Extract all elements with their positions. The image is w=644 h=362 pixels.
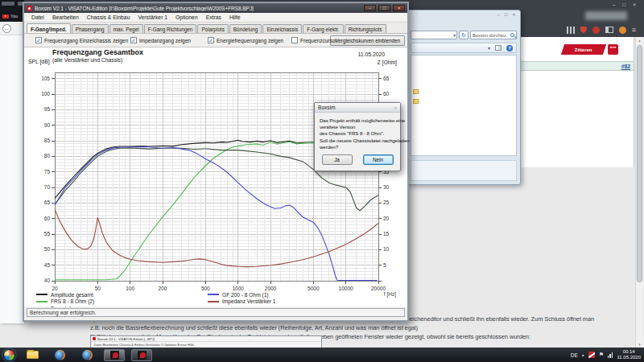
tab-phasengang[interactable]: Phasengang (72, 24, 109, 33)
z-axis-tick-label: 60 (383, 91, 390, 97)
checkbox-impedanzgang-zeigen[interactable]: ✓Impedanzgang zeigen (130, 37, 191, 43)
refresh-icon[interactable]: ↻ (459, 31, 469, 39)
checkbox-frequenzcursor[interactable]: Frequenzcursor (291, 37, 337, 43)
tab-bündelung[interactable]: Bündelung (229, 24, 262, 33)
tab-einzelchassis[interactable]: Einzelchassis (262, 24, 302, 33)
tab-f-gang-imped[interactable]: F-Gang/Imped. (27, 23, 71, 33)
taskbar-item-firefox-2[interactable] (76, 349, 97, 361)
antivirus-icon[interactable] (588, 352, 595, 358)
taskbar-item-explorer[interactable] (22, 349, 43, 361)
browser-toolbar: ≡ (567, 25, 636, 35)
checkbox-box-icon[interactable]: ✓ (130, 37, 137, 43)
chart-title: Frequenzgang Gesamtbox (52, 48, 143, 56)
menu-item-extras[interactable]: Extras (202, 14, 225, 20)
y-axis-tick-label: 100 (41, 91, 50, 97)
legend-swatch-icon (36, 294, 47, 295)
close-icon[interactable]: × (512, 12, 515, 17)
y-axis-tick-label: 105 (41, 76, 50, 81)
scrollbar-thumb[interactable] (637, 45, 642, 282)
action-center-flag-icon[interactable]: ⚑ (599, 352, 604, 358)
quote-icon[interactable]: ”” (608, 44, 618, 55)
scroll-up-icon[interactable]: ▴ (636, 37, 643, 43)
zitieren-button[interactable]: Zitieren (561, 44, 606, 55)
tab-f-gang-richtungen[interactable]: F-Gang Richtungen (144, 24, 197, 33)
title-bar[interactable]: Boxsim V2.1 - VISATON-Edition [I:\Boxsim… (24, 3, 407, 13)
maximize-icon[interactable]: □ (505, 12, 508, 17)
taskbar-item-firefox-1[interactable] (49, 349, 70, 361)
partial-tab[interactable] (2, 2, 14, 6)
tab-richtungsplots[interactable]: Richtungsplots (345, 24, 386, 33)
desktop: – □ × ≡ Zitieren ”” #82 ▴ ▾ 4) Nun öffne… (0, 0, 644, 362)
dialog-button-ja[interactable]: Ja (322, 154, 353, 165)
compare-curves-button[interactable]: Vergleichskurven einblenden (330, 35, 405, 46)
search-box[interactable]: Boxsim durchsu... (470, 31, 517, 39)
preview-pane-icon[interactable] (495, 45, 502, 51)
tab-bar: F-Gang/Imped.Phasengangmax. PegelF-Gang … (24, 23, 407, 34)
file-icon[interactable] (413, 99, 419, 104)
tab-strip: You (0, 0, 24, 22)
view-options-icon[interactable]: ▾ (488, 45, 490, 51)
tab-polarplots[interactable]: Polarplots (197, 24, 228, 33)
maximize-icon[interactable]: □ (622, 2, 625, 7)
sidebar-icon[interactable] (605, 27, 613, 33)
language-indicator[interactable]: DE (571, 352, 578, 358)
minimize-icon[interactable]: – (613, 2, 616, 7)
library-icon[interactable] (567, 27, 575, 34)
checkbox-frequenzgang-einzelchassis-zeigen[interactable]: ✓Frequenzgang Einzelchassis zeigen (35, 37, 128, 43)
tab-f-gang-elektr[interactable]: F-Gang elektr. (303, 24, 344, 33)
chart-subtitle: (alle Verstärker und Chassis) (52, 57, 122, 63)
file-list[interactable] (411, 55, 517, 156)
start-orb-icon[interactable] (3, 349, 15, 361)
clock[interactable]: 00:14 11.05.2020 (617, 349, 641, 360)
checkbox-energiefrequenzgang-zeigen[interactable]: ✓Energiefrequenzgang zeigen (208, 37, 283, 43)
back-arrow-icon[interactable]: ← (2, 24, 11, 33)
minimize-icon[interactable]: – (364, 5, 376, 11)
close-icon[interactable]: × (633, 2, 636, 7)
dialog-message-line: Soll die neuere Chassisdatei nachgeladen (320, 138, 395, 144)
y-axis-tick-label: 95 (44, 106, 51, 112)
scroll-down-icon[interactable]: ▾ (636, 341, 643, 348)
search-icon (510, 33, 514, 37)
address-combo[interactable]: ▾ (411, 31, 457, 39)
menu-item-hilfe[interactable]: Hilfe (225, 14, 245, 20)
menu-item-chassis-einbau[interactable]: Chassis & Einbau (83, 14, 134, 20)
menu-item-verstärker-1[interactable]: Verstärker 1 (134, 14, 171, 20)
checkbox-box-icon[interactable]: ✓ (35, 37, 42, 43)
tab-youtube[interactable]: You (2, 14, 18, 19)
checkbox-box-icon[interactable]: ✓ (208, 37, 214, 43)
tray-expand-icon[interactable]: ▴ (582, 352, 584, 357)
x-axis-tick-label: 100 (126, 286, 134, 291)
dialog-button-nein[interactable]: Nein (363, 154, 394, 165)
chart-date: 11.05.2020 (357, 51, 385, 57)
y-axis-tick-label: 80 (44, 153, 51, 158)
menu-item-bearbeiten[interactable]: Bearbeiten (48, 14, 83, 20)
network-icon[interactable] (608, 352, 613, 358)
checkbox-label: Frequenzcursor (300, 38, 337, 43)
page-scrollbar[interactable]: ▴ ▾ (635, 37, 643, 348)
checkbox-box-icon[interactable] (291, 37, 298, 43)
close-icon[interactable]: × (393, 5, 405, 11)
minimize-icon[interactable]: – (497, 12, 500, 17)
chevron-down-icon[interactable]: ▾ (453, 32, 456, 38)
taskbar-item-boxsim-2[interactable] (131, 349, 152, 361)
close-icon[interactable]: × (394, 105, 397, 110)
menu-item-datei[interactable]: Datei (27, 14, 48, 20)
account-icon[interactable] (619, 27, 626, 34)
menu-item-optionen[interactable]: Optionen (171, 14, 202, 20)
post-number-link[interactable]: #82 (621, 64, 630, 69)
taskbar-item-boxsim-1[interactable] (104, 349, 125, 361)
help-icon[interactable]: ? (506, 45, 513, 51)
x-axis-tick-label: 20 (52, 286, 58, 291)
tab-max-pegel[interactable]: max. Pegel (109, 24, 143, 33)
legend-label: FRS 8 - 8 Ohm (2) (51, 298, 94, 304)
post-header-bar: #82 (521, 61, 634, 71)
maximize-icon[interactable]: □ (378, 5, 390, 11)
shield-icon[interactable] (580, 27, 587, 34)
file-icon[interactable] (413, 89, 419, 94)
menu-hamburger-icon[interactable]: ≡ (632, 27, 636, 34)
search-input[interactable]: Boxsim durchsu... (473, 33, 509, 38)
adblock-icon[interactable] (592, 27, 600, 34)
boxsim-logo-icon (93, 337, 96, 340)
embedded-screenshot-titlebar: Boxsim V2.1 - VISATON-Edition [...BPJ] (91, 336, 321, 342)
dialog-title-bar[interactable]: Boxsim × (315, 103, 400, 113)
